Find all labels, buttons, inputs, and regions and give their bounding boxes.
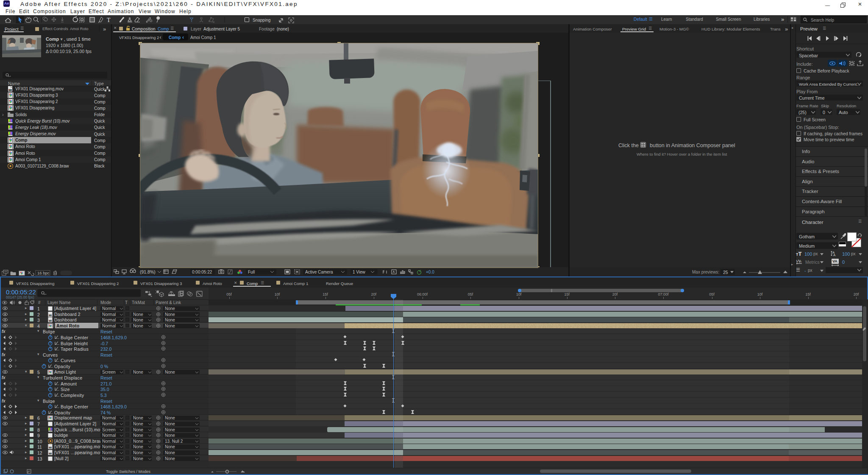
svg-text:(91.8%): (91.8%) (140, 269, 156, 274)
svg-text:+0.0: +0.0 (426, 270, 434, 274)
svg-text:Full: Full (248, 270, 255, 274)
svg-text:1 View: 1 View (353, 270, 366, 274)
svg-text:T: T (107, 17, 111, 23)
svg-text:0:00:05:22: 0:00:05:22 (192, 270, 212, 274)
svg-text:A: A (833, 253, 836, 257)
svg-text:Active Camera: Active Camera (305, 270, 333, 274)
svg-text:16 bpc: 16 bpc (37, 271, 50, 275)
